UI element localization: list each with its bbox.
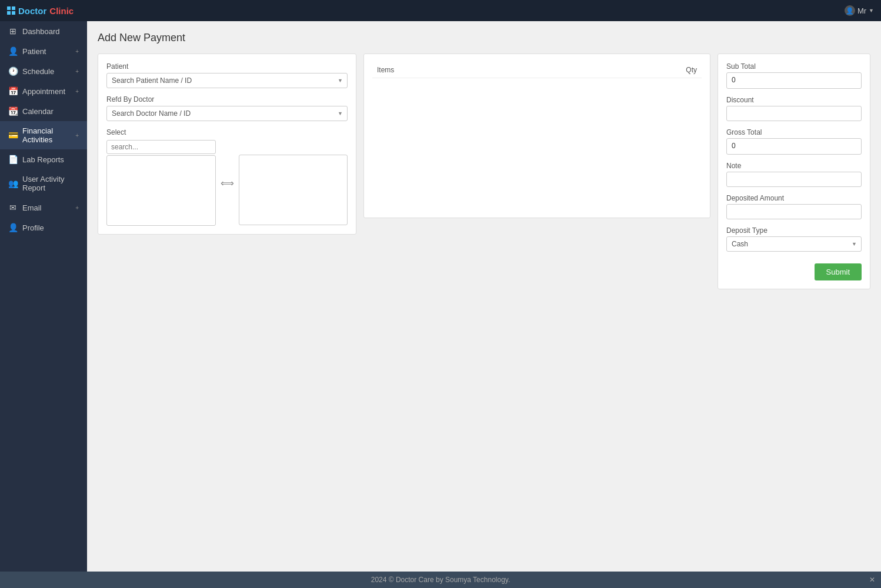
sidebar-item-label: Dashboard [22, 27, 60, 36]
sidebar-item-label: Profile [22, 223, 44, 232]
center-card: Items Qty [363, 54, 710, 218]
sidebar-item-calendar[interactable]: 📆 Calendar [0, 101, 87, 121]
qty-col-header: Qty [559, 62, 702, 78]
appointment-icon: 📅 [8, 86, 18, 96]
subtotal-group: Sub Total 0 [726, 62, 862, 89]
items-col-header: Items [372, 62, 559, 78]
footer-close-icon[interactable]: ✕ [869, 576, 875, 584]
dashboard-icon: ⊞ [8, 26, 18, 36]
right-listbox[interactable] [239, 155, 348, 225]
brand[interactable]: Doctor Clinic [7, 6, 74, 16]
sidebar-item-label: Lab Reports [22, 155, 64, 164]
sidebar-item-patient[interactable]: 👤 Patient + [0, 41, 87, 61]
doctor-select-wrapper: Search Doctor Name / ID [106, 106, 348, 121]
sidebar-item-label: User Activity Report [22, 175, 79, 192]
doctor-label: Refd By Doctor [106, 95, 348, 103]
left-card: Patient Search Patient Name / ID Refd By… [98, 54, 356, 235]
patient-select[interactable]: Search Patient Name / ID [106, 73, 348, 88]
deposit-type-select-wrapper: Cash Card Bank Transfer Online [726, 236, 862, 252]
expand-icon: + [75, 48, 79, 55]
transfer-icon[interactable]: ⟺ [221, 178, 234, 189]
labreports-icon: 📄 [8, 155, 18, 164]
transfer-btn-area: ⟺ [216, 178, 239, 189]
email-icon: ✉ [8, 203, 18, 212]
page-title: Add New Payment [98, 32, 870, 44]
gross-total-label: Gross Total [726, 128, 862, 136]
list-search-input[interactable] [106, 140, 216, 154]
sidebar-item-label: Email [22, 203, 42, 212]
right-list-wrapper [239, 141, 348, 225]
main-content: Add New Payment Patient Search Patient N… [87, 21, 881, 572]
financial-icon: 💳 [8, 131, 18, 140]
patient-icon: 👤 [8, 46, 18, 56]
select-label: Select [106, 128, 348, 136]
user-label: Mr [857, 6, 866, 15]
expand-icon: + [75, 88, 79, 95]
sidebar-item-labreports[interactable]: 📄 Lab Reports [0, 149, 87, 169]
sidebar-item-profile[interactable]: 👤 Profile [0, 218, 87, 238]
left-listbox[interactable] [106, 155, 216, 226]
dual-list-container: ⟺ [106, 140, 348, 226]
deposit-type-label: Deposit Type [726, 226, 862, 235]
note-label: Note [726, 162, 862, 170]
sidebar-item-appointment[interactable]: 📅 Appointment + [0, 81, 87, 101]
expand-icon: + [75, 205, 79, 211]
topnav: Doctor Clinic 👤 Mr ▼ [0, 0, 881, 21]
deposit-type-select[interactable]: Cash Card Bank Transfer Online [726, 236, 862, 252]
left-list-wrapper [106, 140, 216, 226]
deposit-type-group: Deposit Type Cash Card Bank Transfer Onl… [726, 226, 862, 252]
form-row: Patient Search Patient Name / ID Refd By… [98, 54, 870, 289]
sidebar-item-label: Calendar [22, 107, 54, 116]
sidebar-item-label: Patient [22, 47, 46, 56]
discount-input[interactable] [726, 106, 862, 121]
right-card: Sub Total 0 Discount Gross Total 0 Note … [718, 54, 870, 289]
patient-select-wrapper: Search Patient Name / ID [106, 73, 348, 88]
note-input[interactable] [726, 172, 862, 187]
sidebar-item-schedule[interactable]: 🕐 Schedule + [0, 61, 87, 81]
note-group: Note [726, 162, 862, 187]
brand-clinic: Clinic [49, 6, 74, 16]
patient-group: Patient Search Patient Name / ID [106, 62, 348, 88]
discount-label: Discount [726, 96, 862, 104]
doctor-select[interactable]: Search Doctor Name / ID [106, 106, 348, 121]
sidebar-item-label: Schedule [22, 67, 54, 76]
main-wrapper: Add New Payment Patient Search Patient N… [87, 21, 881, 588]
gross-total-value: 0 [726, 138, 862, 155]
calendar-icon: 📆 [8, 106, 18, 116]
sidebar-item-financial[interactable]: 💳 Financial Activities + [0, 121, 87, 149]
sidebar-item-label: Financial Activities [22, 126, 71, 144]
expand-icon: + [75, 132, 79, 139]
subtotal-value: 0 [726, 72, 862, 89]
subtotal-label: Sub Total [726, 62, 862, 71]
app-grid-icon [7, 6, 15, 15]
sidebar: ⊞ Dashboard 👤 Patient + 🕐 Schedule + 📅 A… [0, 21, 87, 572]
user-menu[interactable]: 👤 Mr ▼ [845, 5, 874, 16]
grid-icon: Doctor Clinic [7, 6, 74, 16]
sidebar-item-useractivity[interactable]: 👥 User Activity Report [0, 169, 87, 198]
useractivity-icon: 👥 [8, 179, 18, 188]
brand-doctor: Doctor [18, 6, 46, 16]
deposited-amount-input[interactable] [726, 204, 862, 219]
schedule-icon: 🕐 [8, 66, 18, 76]
sidebar-item-dashboard[interactable]: ⊞ Dashboard [0, 21, 87, 41]
sidebar-item-email[interactable]: ✉ Email + [0, 198, 87, 218]
doctor-group: Refd By Doctor Search Doctor Name / ID [106, 95, 348, 121]
discount-group: Discount [726, 96, 862, 121]
deposited-amount-label: Deposited Amount [726, 194, 862, 202]
user-icon: 👤 [845, 5, 855, 16]
user-dropdown-icon: ▼ [869, 8, 874, 14]
items-table: Items Qty [372, 62, 702, 78]
expand-icon: + [75, 68, 79, 75]
gross-total-group: Gross Total 0 [726, 128, 862, 155]
footer-text: 2024 © Doctor Care by Soumya Technology. [371, 576, 510, 584]
sidebar-item-label: Appointment [22, 87, 65, 96]
select-section: Select ⟺ [106, 128, 348, 226]
profile-icon: 👤 [8, 223, 18, 232]
footer: 2024 © Doctor Care by Soumya Technology.… [0, 572, 881, 588]
submit-button[interactable]: Submit [815, 263, 862, 280]
patient-label: Patient [106, 62, 348, 71]
deposited-amount-group: Deposited Amount [726, 194, 862, 219]
